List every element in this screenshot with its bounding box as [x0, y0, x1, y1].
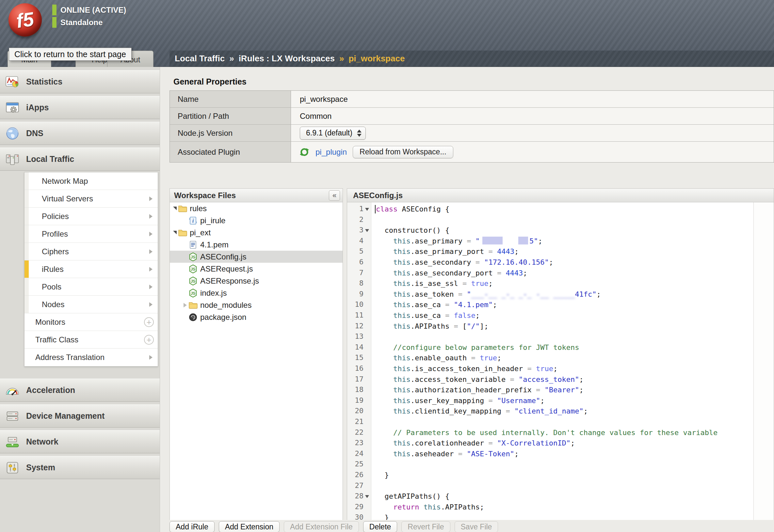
- sidebar-item-virtual-servers[interactable]: Virtual Servers: [24, 190, 158, 208]
- tree-item-package-json[interactable]: package.json: [170, 311, 342, 323]
- sidebar-item-monitors[interactable]: Monitors+: [24, 313, 158, 331]
- sidebar-item-policies[interactable]: Policies: [24, 208, 158, 225]
- folder-icon: [178, 204, 187, 213]
- sidebar-item-ciphers[interactable]: Ciphers: [24, 243, 158, 260]
- sidebar-item-address-translation[interactable]: Address Translation: [24, 349, 158, 366]
- code-text: this.is_access_token_in_header = true;: [376, 364, 558, 373]
- table-row-partition: Partition / Path Common: [170, 108, 774, 125]
- delete-button[interactable]: Delete: [363, 521, 397, 532]
- device-management-icon: [5, 409, 20, 423]
- sidebar-item-traffic-class[interactable]: Traffic Class+: [24, 331, 158, 349]
- add-icon[interactable]: +: [144, 335, 154, 345]
- line-number: 13: [347, 332, 363, 340]
- table-row-name: Name pi_workspace: [170, 91, 774, 108]
- code-editor[interactable]: 1class ASEConfig {23 constructor() {4 th…: [347, 202, 774, 520]
- sidebar-item-iapps[interactable]: iApps: [0, 96, 160, 119]
- line-number: 21: [347, 417, 363, 426]
- plugin-link[interactable]: pi_plugin: [315, 148, 347, 157]
- system-icon: [5, 461, 20, 475]
- sidebar-item-pools[interactable]: Pools: [24, 278, 158, 296]
- name-label: Name: [170, 91, 291, 107]
- sidebar-item-label: Local Traffic: [26, 154, 74, 164]
- f5-logo-text: f5: [15, 8, 35, 32]
- associated-plugin-label: Associated Plugin: [170, 142, 291, 162]
- add-icon[interactable]: +: [144, 317, 154, 327]
- add-irule-button[interactable]: Add iRule: [169, 521, 214, 532]
- sidebar-item-label: Address Translation: [35, 353, 104, 362]
- local-traffic-icon: [5, 152, 20, 166]
- tree-item-rules[interactable]: rules: [170, 202, 342, 214]
- tree-item-node-modules[interactable]: node_modules: [170, 299, 342, 311]
- sidebar-item-nodes[interactable]: Nodes: [24, 296, 158, 313]
- sidebar-item-label: Policies: [42, 212, 69, 221]
- code-line-30: 30 }: [347, 512, 774, 520]
- tree-item-label: pi_ext: [190, 228, 211, 237]
- sidebar-item-device-management[interactable]: Device Management: [0, 404, 160, 428]
- code-text: this.user_key_mapping = "Username";: [376, 396, 545, 405]
- sidebar-item-irules[interactable]: iRules: [24, 260, 158, 278]
- svg-text:JS: JS: [191, 267, 196, 272]
- workspace-file-tree: rulesipi_irulepi_ext4.1.pemJSASEConfig.j…: [170, 202, 342, 520]
- tree-item-label: index.js: [200, 289, 227, 298]
- sidebar-item-dns[interactable]: DNS: [0, 122, 160, 145]
- submenu-gutter: [24, 172, 29, 190]
- line-number: 14: [347, 343, 363, 351]
- expander-open-icon[interactable]: [171, 231, 178, 234]
- sidebar-item-label: iRules: [42, 265, 64, 274]
- expander-closed-icon[interactable]: [182, 303, 188, 307]
- sidebar-item-acceleration[interactable]: Acceleration: [0, 379, 160, 402]
- tree-item-pi-ext[interactable]: pi_ext: [170, 227, 342, 239]
- tree-item-pi-irule[interactable]: ipi_irule: [170, 214, 342, 227]
- fold-arrow-icon[interactable]: [365, 495, 369, 498]
- sidebar-item-label: System: [26, 463, 55, 472]
- sidebar-item-network[interactable]: Network: [0, 430, 160, 453]
- fold-arrow-icon[interactable]: [365, 229, 369, 232]
- line-number: 30: [347, 513, 363, 520]
- code-text: return this.APIPaths;: [376, 502, 484, 512]
- fold-arrow-icon[interactable]: [365, 208, 369, 211]
- code-line-8: 8 this.is_ase_ssl = true;: [347, 278, 774, 289]
- sidebar-item-local-traffic[interactable]: Local Traffic: [0, 148, 160, 171]
- code-line-20: 20 this.clientid_key_mapping = "client_i…: [347, 406, 774, 416]
- chevron-right-icon: [149, 214, 152, 219]
- code-text: this.aseheader = "ASE-Token";: [376, 449, 519, 459]
- sidebar-item-statistics[interactable]: Statistics: [0, 70, 160, 93]
- sidebar-item-network-map[interactable]: Network Map: [24, 172, 158, 190]
- line-number: 4: [347, 237, 363, 245]
- package-icon: [188, 313, 197, 322]
- sidebar-item-label: Pools: [42, 282, 61, 291]
- sidebar-item-label: Monitors: [35, 318, 65, 327]
- tree-item-label: rules: [190, 204, 207, 213]
- partition-label: Partition / Path: [170, 108, 291, 124]
- code-line-23: 23 this.corelationheader = "X-Correlatio…: [347, 438, 774, 448]
- tree-item-aseresponse-js[interactable]: JSASEResponse.js: [170, 275, 342, 287]
- redacted-value: [518, 237, 528, 244]
- editor-header: ASEConfig.js: [347, 189, 774, 202]
- f5-logo[interactable]: f5: [8, 3, 42, 37]
- breadcrumb-current: pi_workspace: [348, 54, 405, 64]
- reload-from-workspace-button[interactable]: Reload from Workspace...: [353, 146, 453, 158]
- expander-open-icon[interactable]: [171, 207, 178, 210]
- sidebar-item-system[interactable]: System: [0, 456, 160, 479]
- tree-item-4-1-pem[interactable]: 4.1.pem: [170, 239, 342, 251]
- sidebar-item-label: Virtual Servers: [42, 194, 93, 203]
- add-extension-button[interactable]: Add Extension: [219, 521, 279, 532]
- submenu-gutter: [24, 190, 29, 207]
- code-line-5: 5 this.ase_primary_port = 4443;: [347, 246, 774, 257]
- line-number: 27: [347, 481, 363, 490]
- tree-item-aserequest-js[interactable]: JSASERequest.js: [170, 263, 342, 275]
- nodejs-version-label: Node.js Version: [170, 125, 291, 141]
- line-number: 9: [347, 290, 363, 298]
- tree-item-index-js[interactable]: JSindex.js: [170, 287, 342, 299]
- status-standalone-label: Standalone: [60, 18, 103, 27]
- code-text: this.ase_ca = "4.1.pem";: [376, 300, 497, 309]
- folder-icon: [188, 301, 197, 310]
- tree-item-aseconfig-js[interactable]: JSASEConfig.js: [170, 251, 342, 263]
- local-traffic-submenu: Network MapVirtual ServersPoliciesProfil…: [24, 172, 158, 367]
- sidebar-item-profiles[interactable]: Profiles: [24, 225, 158, 243]
- sidebar-item-label: Device Management: [26, 411, 104, 421]
- breadcrumb-section[interactable]: Local Traffic: [175, 54, 225, 64]
- breadcrumb-page[interactable]: iRules : LX Workspaces: [239, 54, 335, 64]
- collapse-panel-button[interactable]: «: [329, 190, 340, 201]
- nodejs-version-select[interactable]: 6.9.1 (default): [300, 127, 366, 140]
